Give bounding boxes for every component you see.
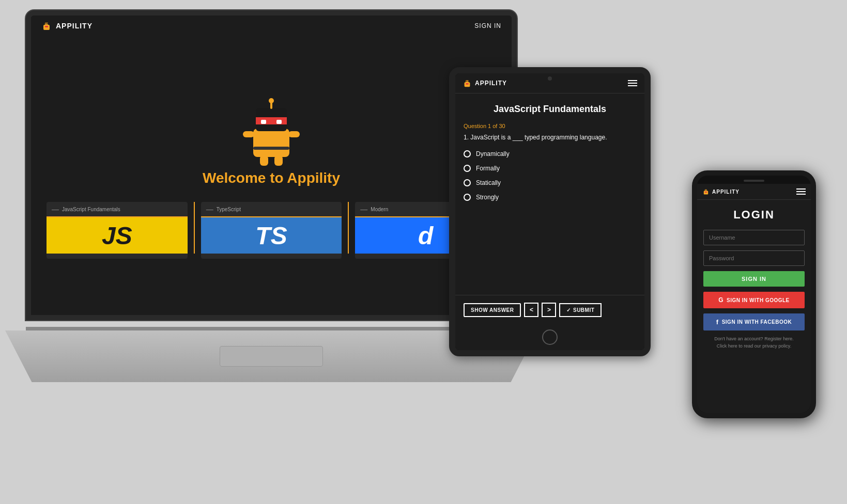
svg-rect-9 [276, 120, 282, 124]
laptop-brand-name: APPILITY [56, 22, 93, 30]
quiz-option-1[interactable]: Formally [464, 165, 636, 172]
quiz-option-3[interactable]: Strongly [464, 194, 636, 201]
quiz-title: JavaScript Fundamentals [464, 104, 636, 115]
phone-hamburger-menu[interactable] [796, 188, 806, 195]
submit-button[interactable]: ✓ SUBMIT [559, 303, 602, 317]
tablet-brand-name: APPILITY [475, 80, 507, 87]
login-title: LOGIN [703, 208, 805, 222]
hamburger-menu[interactable] [628, 80, 637, 86]
facebook-icon: f [716, 318, 719, 326]
svg-rect-13 [274, 155, 283, 166]
svg-rect-21 [466, 83, 468, 85]
signin-button[interactable]: SIGN IN [703, 271, 805, 287]
option-label-3: Strongly [476, 194, 499, 201]
privacy-text: Click here to read our privacy policy. [717, 343, 791, 349]
quiz-option-0[interactable]: Dynamically [464, 150, 636, 158]
scene: APPILITY SIGN IN [0, 0, 847, 504]
checkmark-icon: ✓ [566, 307, 571, 313]
course-header-ts: — TypeScript [201, 202, 342, 217]
divider-1 [194, 202, 195, 254]
username-input[interactable] [703, 230, 805, 245]
course-list: — JavaScript Fundamentals JS — TypeScrip… [41, 202, 501, 259]
svg-rect-24 [705, 190, 706, 191]
course-card-js[interactable]: — JavaScript Fundamentals JS [47, 202, 188, 259]
option-label-0: Dynamically [476, 150, 510, 158]
robot-icon [240, 92, 302, 170]
svg-rect-3 [47, 23, 48, 24]
signin-google-button[interactable]: G SIGN IN WITH GOOGLE [703, 292, 805, 308]
next-button[interactable]: > [542, 303, 556, 317]
quiz-actions: SHOW ANSWER < > ✓ SUBMIT [455, 295, 644, 324]
option-label-1: Formally [476, 165, 500, 172]
phone-footer: Don't have an account? Register here. Cl… [703, 336, 805, 350]
quiz-option-2[interactable]: Statically [464, 179, 636, 186]
option-label-2: Statically [476, 179, 501, 186]
password-input[interactable] [703, 250, 805, 266]
phone-speaker [744, 180, 764, 182]
svg-rect-18 [466, 81, 468, 83]
phone-navbar: APPILITY [697, 184, 811, 200]
course-card-ts[interactable]: — TypeScript TS [201, 202, 342, 259]
tablet-app-icon [463, 78, 472, 88]
svg-point-11 [269, 98, 274, 103]
laptop-hero: Welcome to Appility — JavaScript Fundame… [31, 36, 512, 315]
svg-rect-25 [706, 190, 707, 191]
radio-3[interactable] [464, 194, 471, 201]
signin-facebook-button[interactable]: f SIGN IN WITH FACEBOOK [703, 313, 805, 330]
course-header-js: — JavaScript Fundamentals [47, 202, 188, 217]
laptop-welcome-title: Welcome to Appility [203, 170, 340, 186]
quiz-question-num: Question 1 of 30 [464, 123, 636, 129]
laptop-navbar: APPILITY SIGN IN [31, 15, 512, 36]
phone-screen: APPILITY LOGIN SIGN IN G SIGN IN WITH GO… [692, 170, 816, 418]
tablet-screen: APPILITY JavaScript Fundamentals Questio… [449, 67, 651, 356]
tablet-home-button[interactable] [542, 329, 558, 345]
svg-rect-20 [468, 81, 469, 82]
svg-rect-8 [261, 120, 266, 124]
phone-app-icon [702, 188, 710, 195]
svg-rect-2 [45, 23, 47, 24]
svg-rect-15 [288, 131, 300, 137]
laptop-screen: APPILITY SIGN IN [26, 10, 517, 320]
phone-brand: APPILITY [702, 188, 740, 195]
radio-1[interactable] [464, 165, 471, 172]
laptop-app-icon [41, 21, 52, 31]
radio-2[interactable] [464, 179, 471, 186]
tablet-camera [548, 76, 552, 81]
laptop-trackpad [220, 346, 323, 367]
radio-0[interactable] [464, 150, 471, 158]
svg-rect-7 [256, 117, 287, 124]
google-icon: G [718, 296, 723, 304]
course-body-ts: TS [201, 217, 342, 254]
show-answer-button[interactable]: SHOW ANSWER [464, 303, 521, 317]
tablet-brand: APPILITY [463, 78, 507, 88]
svg-rect-26 [705, 192, 707, 193]
svg-rect-12 [260, 155, 268, 166]
prev-button[interactable]: < [524, 303, 538, 317]
phone-device: APPILITY LOGIN SIGN IN G SIGN IN WITH GO… [692, 170, 816, 418]
svg-rect-19 [466, 81, 467, 82]
svg-rect-4 [45, 26, 48, 27]
laptop-signin-link[interactable]: SIGN IN [474, 22, 501, 29]
phone-content: LOGIN SIGN IN G SIGN IN WITH GOOGLE f SI… [697, 200, 811, 413]
quiz-question-text: 1. JavaScript is a ___ typed programming… [464, 133, 636, 142]
svg-rect-16 [253, 147, 289, 150]
tablet-device: APPILITY JavaScript Fundamentals Questio… [449, 67, 651, 356]
register-text: Don't have an account? Register here. [714, 336, 793, 341]
svg-rect-14 [243, 131, 254, 137]
course-body-js: JS [47, 217, 188, 254]
phone-brand-name: APPILITY [712, 189, 740, 195]
svg-rect-5 [253, 129, 289, 157]
divider-2 [348, 202, 349, 254]
laptop-brand: APPILITY [41, 21, 93, 31]
tablet-content: JavaScript Fundamentals Question 1 of 30… [455, 93, 644, 295]
